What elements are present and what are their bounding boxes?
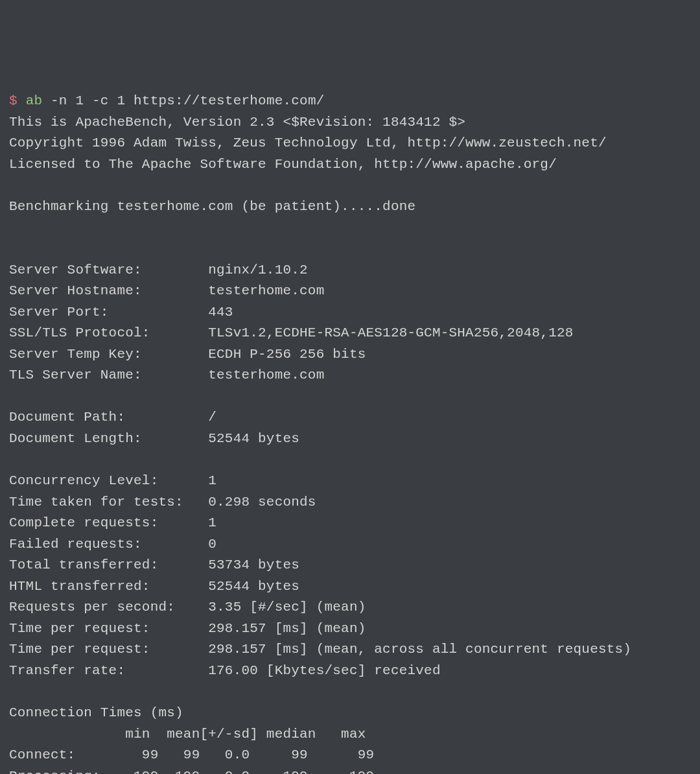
kv-row: Time taken for tests: 0.298 seconds — [9, 495, 316, 510]
kv-row: Document Length: 52544 bytes — [9, 431, 299, 446]
time-taken-label: Time taken for tests: — [9, 495, 208, 510]
server-software-value: nginx/1.10.2 — [208, 263, 308, 277]
kv-row: Transfer rate: 176.00 [Kbytes/sec] recei… — [9, 663, 441, 678]
server-port-value: 443 — [208, 305, 233, 320]
copyright-line: Copyright 1996 Adam Twiss, Zeus Technolo… — [9, 135, 607, 150]
time-per-request-concurrent-value: 298.157 [ms] (mean, across all concurren… — [208, 642, 631, 657]
time-per-request-value: 298.157 [ms] (mean) — [208, 621, 366, 636]
ssl-protocol-value: TLSv1.2,ECDHE-RSA-AES128-GCM-SHA256,2048… — [208, 325, 573, 340]
transfer-rate-value: 176.00 [Kbytes/sec] received — [208, 663, 440, 678]
kv-row: SSL/TLS Protocol: TLSv1.2,ECDHE-RSA-AES1… — [9, 325, 574, 340]
time-per-request-label: Time per request: — [9, 621, 208, 636]
prompt-symbol: $ — [9, 93, 18, 108]
kv-row: TLS Server Name: testerhome.com — [9, 368, 324, 382]
server-software-label: Server Software: — [9, 263, 208, 277]
html-transferred-label: HTML transferred: — [9, 579, 208, 594]
concurrency-label: Concurrency Level: — [9, 473, 208, 488]
server-port-label: Server Port: — [9, 305, 208, 320]
kv-row: Time per request: 298.157 [ms] (mean) — [9, 621, 366, 636]
connection-times-rows: Connect: 99 99 0.0 99 99 Processing: 199… — [9, 747, 374, 774]
transfer-rate-label: Transfer rate: — [9, 663, 208, 678]
kv-row: Failed requests: 0 — [9, 537, 216, 552]
kv-row: Server Port: 443 — [9, 305, 233, 320]
kv-row: Total transferred: 53734 bytes — [9, 557, 299, 572]
requests-per-second-label: Requests per second: — [9, 600, 208, 615]
benchmark-status: Benchmarking testerhome.com (be patient)… — [9, 199, 415, 214]
time-taken-value: 0.298 seconds — [208, 495, 316, 510]
kv-row: Complete requests: 1 — [9, 515, 216, 530]
total-transferred-value: 53734 bytes — [208, 557, 299, 572]
kv-row: Concurrency Level: 1 — [9, 473, 216, 488]
html-transferred-value: 52544 bytes — [208, 579, 299, 594]
kv-row: Document Path: / — [9, 410, 216, 425]
server-tempkey-value: ECDH P-256 256 bits — [208, 347, 366, 362]
concurrency-value: 1 — [208, 473, 216, 488]
requests-per-second-value: 3.35 [#/sec] (mean) — [208, 600, 366, 615]
failed-requests-label: Failed requests: — [9, 537, 208, 552]
command-args: -n 1 -c 1 https://testerhome.com/ — [51, 93, 324, 108]
server-hostname-value: testerhome.com — [208, 283, 324, 298]
time-per-request-concurrent-label: Time per request: — [9, 642, 208, 657]
kv-row: Requests per second: 3.35 [#/sec] (mean) — [9, 600, 366, 615]
complete-requests-label: Complete requests: — [9, 515, 208, 530]
total-transferred-label: Total transferred: — [9, 557, 208, 572]
complete-requests-value: 1 — [208, 515, 216, 530]
tls-server-name-label: TLS Server Name: — [9, 368, 208, 382]
document-length-label: Document Length: — [9, 431, 208, 446]
tls-server-name-value: testerhome.com — [208, 368, 324, 382]
license-line: Licensed to The Apache Software Foundati… — [9, 157, 557, 172]
kv-row: Server Hostname: testerhome.com — [9, 283, 324, 298]
document-path-value: / — [208, 410, 216, 425]
connection-times-title: Connection Times (ms) — [9, 705, 183, 720]
terminal-output[interactable]: $ ab -n 1 -c 1 https://testerhome.com/ T… — [9, 91, 691, 774]
kv-row: Server Software: nginx/1.10.2 — [9, 263, 308, 277]
connection-times-header: min mean[+/-sd] median max — [9, 727, 366, 742]
document-length-value: 52544 bytes — [208, 431, 299, 446]
kv-row: Time per request: 298.157 [ms] (mean, ac… — [9, 642, 631, 657]
document-path-label: Document Path: — [9, 410, 208, 425]
server-tempkey-label: Server Temp Key: — [9, 347, 208, 362]
ssl-protocol-label: SSL/TLS Protocol: — [9, 325, 208, 340]
command-name: ab — [26, 93, 43, 108]
banner-line: This is ApacheBench, Version 2.3 <$Revis… — [9, 115, 465, 130]
failed-requests-value: 0 — [208, 537, 216, 552]
server-hostname-label: Server Hostname: — [9, 283, 208, 298]
kv-row: HTML transferred: 52544 bytes — [9, 579, 299, 594]
kv-row: Server Temp Key: ECDH P-256 256 bits — [9, 347, 366, 362]
